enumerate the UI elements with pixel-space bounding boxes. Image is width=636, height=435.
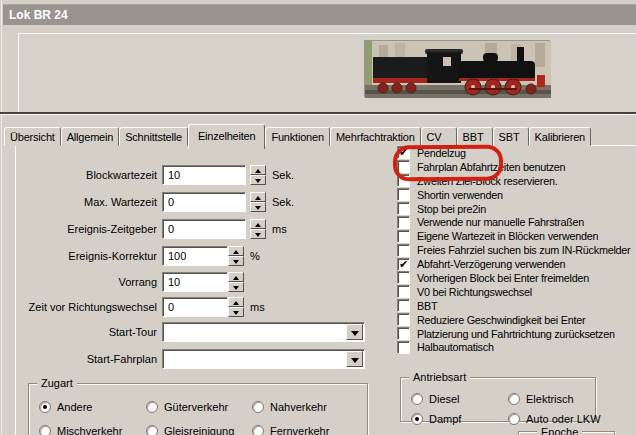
tab-uebersicht[interactable]: Übersicht xyxy=(4,127,61,146)
checkbox-row[interactable]: Eigene Wartezeit in Blöcken verwenden xyxy=(397,229,630,243)
dropdown-arrow-button[interactable] xyxy=(346,324,363,340)
checkbox[interactable] xyxy=(397,258,410,271)
ereignis-korrektur-input[interactable]: 100 xyxy=(162,246,228,266)
checkbox[interactable] xyxy=(397,299,410,312)
radio-option-dampf[interactable]: Dampf xyxy=(411,413,508,425)
radio-button[interactable] xyxy=(252,425,264,435)
checkbox-row[interactable]: Fahrplan Abfahrtzeiten benutzen xyxy=(397,160,630,174)
radio-label[interactable]: Dampf xyxy=(429,413,461,425)
radio-button[interactable] xyxy=(39,425,51,435)
checkbox[interactable] xyxy=(397,230,410,243)
radio-label[interactable]: Mischverkehr xyxy=(57,425,122,435)
checkbox[interactable] xyxy=(397,216,410,229)
radio-option-nahverkehr[interactable]: Nahverkehr xyxy=(252,401,329,413)
checkbox-row[interactable]: Halbautomatisch xyxy=(397,340,630,354)
radio-label[interactable]: Fernverkehr xyxy=(270,425,329,435)
radio-option-auto-oder-lkw[interactable]: Auto oder LKW xyxy=(508,413,601,425)
checkbox[interactable] xyxy=(397,244,410,257)
spinner-up-button[interactable] xyxy=(228,272,244,282)
tab-kalibrieren[interactable]: Kalibrieren xyxy=(529,127,591,146)
radio-button[interactable] xyxy=(508,413,520,425)
checkbox[interactable] xyxy=(397,174,410,187)
checkbox-label[interactable]: Verwende nur manuelle Fahrstraßen xyxy=(417,216,584,228)
checkbox-row[interactable]: Freies Fahrziel suchen bis zum IN-Rückme… xyxy=(397,243,630,257)
checkbox-label[interactable]: Reduziere Geschwindigkeit bei Enter xyxy=(417,314,585,326)
checkbox-row[interactable]: Platzierung und Fahrtrichtung zurücksetz… xyxy=(397,327,630,341)
spinner-down-button[interactable] xyxy=(228,282,244,292)
checkbox-row[interactable]: Stop bei pre2in xyxy=(397,202,630,216)
checkbox-label[interactable]: Pendelzug xyxy=(417,147,466,159)
tab-allgemein[interactable]: Allgemein xyxy=(61,127,120,146)
checkbox[interactable] xyxy=(397,313,410,326)
checkbox-row[interactable]: Shortin verwenden xyxy=(397,188,630,202)
radio-option-elektrisch[interactable]: Elektrisch xyxy=(508,393,601,405)
checkbox[interactable] xyxy=(397,341,410,354)
checkbox-label[interactable]: Zweiten Ziel-Block reservieren. xyxy=(417,175,557,187)
radio-button[interactable] xyxy=(508,393,520,405)
checkbox-label[interactable]: Shortin verwenden xyxy=(417,189,503,201)
start-fahrplan-combobox[interactable] xyxy=(162,349,365,369)
checkbox-row[interactable]: Vorherigen Block bei Enter freimelden xyxy=(397,271,630,285)
tab-einzelheiten[interactable]: Einzelheiten xyxy=(188,124,266,149)
radio-button[interactable] xyxy=(146,401,158,413)
checkbox-label[interactable]: BBT xyxy=(417,300,437,312)
ereignis-zeitgeber-input[interactable]: 0 xyxy=(162,219,246,239)
radio-button[interactable] xyxy=(411,393,423,405)
checkbox[interactable] xyxy=(397,271,410,284)
window-title-bar[interactable]: Lok BR 24 xyxy=(3,4,636,25)
radio-button[interactable] xyxy=(411,413,423,425)
spinner-up-button[interactable] xyxy=(250,165,266,175)
checkbox-label[interactable]: Eigene Wartezeit in Blöcken verwenden xyxy=(417,230,598,242)
checkbox-label[interactable]: Freies Fahrziel suchen bis zum IN-Rückme… xyxy=(417,244,630,256)
radio-option-gueterverkehr[interactable]: Güterverkehr xyxy=(146,401,252,413)
tab-funktionen[interactable]: Funktionen xyxy=(265,127,329,146)
spinner-down-button[interactable] xyxy=(250,229,266,239)
spinner-up-button[interactable] xyxy=(228,246,244,256)
checkbox-label[interactable]: V0 bei Richtungswechsel xyxy=(417,286,532,298)
max-wartezeit-input[interactable]: 0 xyxy=(162,192,246,212)
checkbox-row-pendelzug[interactable]: Pendelzug xyxy=(397,146,630,160)
checkbox-row[interactable]: Zweiten Ziel-Block reservieren. xyxy=(397,174,630,188)
checkbox-label[interactable]: Vorherigen Block bei Enter freimelden xyxy=(417,272,589,284)
radio-label[interactable]: Diesel xyxy=(429,393,460,405)
spinner-up-button[interactable] xyxy=(228,297,244,307)
radio-option-gleisreinigung[interactable]: Gleisreinigung xyxy=(146,425,252,435)
spinner-up-button[interactable] xyxy=(250,219,266,229)
checkbox[interactable] xyxy=(397,327,410,340)
tab-bbt[interactable]: BBT xyxy=(457,127,493,146)
checkbox-label[interactable]: Halbautomatisch xyxy=(417,341,494,353)
checkbox-label[interactable]: Platzierung und Fahrtrichtung zurücksetz… xyxy=(417,328,615,340)
spinner-down-button[interactable] xyxy=(250,175,266,185)
radio-label[interactable]: Andere xyxy=(57,401,92,413)
checkbox-label[interactable]: Abfahrt-Verzögerung verwenden xyxy=(417,258,565,270)
radio-label[interactable]: Nahverkehr xyxy=(270,401,327,413)
checkbox-row[interactable]: V0 bei Richtungswechsel xyxy=(397,285,630,299)
tab-sbt[interactable]: SBT xyxy=(493,127,529,146)
radio-button[interactable] xyxy=(252,401,264,413)
spinner-down-button[interactable] xyxy=(228,307,244,317)
radio-button[interactable] xyxy=(39,401,51,413)
vorrang-input[interactable]: 10 xyxy=(162,272,228,292)
checkbox-label[interactable]: Fahrplan Abfahrtzeiten benutzen xyxy=(417,161,565,173)
tab-cv[interactable]: CV xyxy=(421,127,457,146)
checkbox-row[interactable]: Reduziere Geschwindigkeit bei Enter xyxy=(397,313,630,327)
radio-label[interactable]: Elektrisch xyxy=(526,393,574,405)
radio-button[interactable] xyxy=(146,425,158,435)
checkbox[interactable] xyxy=(397,146,410,159)
dropdown-arrow-button[interactable] xyxy=(346,351,363,367)
checkbox[interactable] xyxy=(397,202,410,215)
checkbox[interactable] xyxy=(397,285,410,298)
checkbox-label[interactable]: Stop bei pre2in xyxy=(417,203,486,215)
radio-option-andere[interactable]: Andere xyxy=(39,401,146,413)
spinner-down-button[interactable] xyxy=(250,202,266,212)
radio-option-diesel[interactable]: Diesel xyxy=(411,393,508,405)
spinner-up-button[interactable] xyxy=(250,192,266,202)
zeit-vor-richtungswechsel-input[interactable]: 0 xyxy=(162,297,228,317)
radio-label[interactable]: Gleisreinigung xyxy=(164,425,234,435)
radio-option-mischverkehr[interactable]: Mischverkehr xyxy=(39,425,146,435)
radio-label[interactable]: Auto oder LKW xyxy=(526,413,601,425)
checkbox-row[interactable]: Abfahrt-Verzögerung verwenden xyxy=(397,257,630,271)
spinner-down-button[interactable] xyxy=(228,256,244,266)
tab-mehrfachtraktion[interactable]: Mehrfachtraktion xyxy=(330,127,421,146)
checkbox[interactable] xyxy=(397,160,410,173)
